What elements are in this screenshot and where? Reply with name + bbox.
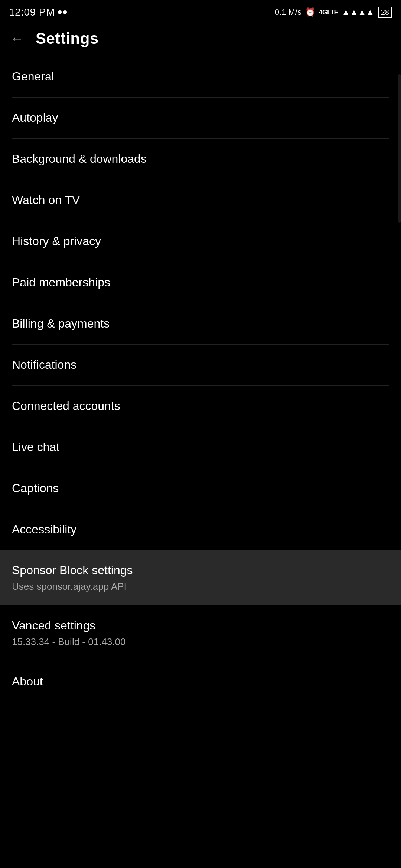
signal-icon: ▲▲▲▲ [342, 7, 374, 17]
settings-item-sponsor-block[interactable]: Sponsor Block settingsUses sponsor.ajay.… [0, 550, 401, 605]
status-dot-1 [58, 10, 62, 14]
status-bar-right: 0.1 M/s ⏰ 4GLTE ▲▲▲▲ 28 [275, 7, 392, 18]
settings-item-label-sponsor-block: Sponsor Block settings [12, 563, 389, 578]
settings-item-sublabel-vanced-settings: 15.33.34 - Build - 01.43.00 [12, 636, 389, 648]
status-speed: 0.1 M/s [275, 7, 301, 17]
settings-item-connected-accounts[interactable]: Connected accounts [0, 386, 401, 427]
status-bar-left: 12:09 PM [9, 6, 67, 18]
settings-item-label-watch-on-tv: Watch on TV [12, 193, 389, 208]
settings-item-about[interactable]: About [0, 661, 401, 702]
settings-item-label-background-downloads: Background & downloads [12, 151, 389, 167]
settings-item-label-history-privacy: History & privacy [12, 234, 389, 249]
scrollbar-track[interactable] [398, 74, 401, 223]
page-header: ← Settings [0, 22, 401, 56]
settings-item-captions[interactable]: Captions [0, 468, 401, 509]
settings-item-billing-payments[interactable]: Billing & payments [0, 303, 401, 344]
settings-item-background-downloads[interactable]: Background & downloads [0, 139, 401, 180]
page-title: Settings [36, 30, 99, 47]
battery-icon: 28 [378, 7, 392, 18]
status-dots [58, 10, 67, 14]
settings-item-label-general: General [12, 69, 389, 85]
settings-item-label-live-chat: Live chat [12, 440, 389, 455]
network-lte-icon: 4GLTE [319, 9, 338, 16]
settings-item-history-privacy[interactable]: History & privacy [0, 221, 401, 262]
settings-item-label-notifications: Notifications [12, 357, 389, 373]
settings-item-autoplay[interactable]: Autoplay [0, 98, 401, 138]
back-button[interactable]: ← [9, 30, 25, 47]
settings-list: GeneralAutoplayBackground & downloadsWat… [0, 56, 401, 702]
settings-item-label-accessibility: Accessibility [12, 522, 389, 537]
settings-item-label-billing-payments: Billing & payments [12, 316, 389, 332]
settings-item-paid-memberships[interactable]: Paid memberships [0, 262, 401, 303]
settings-item-label-captions: Captions [12, 481, 389, 496]
settings-item-label-vanced-settings: Vanced settings [12, 618, 389, 634]
settings-item-sublabel-sponsor-block: Uses sponsor.ajay.app API [12, 581, 389, 593]
settings-item-live-chat[interactable]: Live chat [0, 427, 401, 468]
settings-item-label-connected-accounts: Connected accounts [12, 398, 389, 414]
settings-item-watch-on-tv[interactable]: Watch on TV [0, 180, 401, 221]
settings-item-vanced-settings[interactable]: Vanced settings15.33.34 - Build - 01.43.… [0, 605, 401, 661]
status-bar: 12:09 PM 0.1 M/s ⏰ 4GLTE ▲▲▲▲ 28 [0, 0, 401, 22]
settings-item-general[interactable]: General [0, 56, 401, 97]
battery-level: 28 [381, 8, 389, 17]
settings-item-accessibility[interactable]: Accessibility [0, 509, 401, 550]
settings-item-label-autoplay: Autoplay [12, 110, 389, 126]
alarm-icon: ⏰ [305, 7, 315, 17]
settings-item-label-about: About [12, 674, 389, 690]
status-time: 12:09 PM [9, 6, 55, 18]
settings-item-notifications[interactable]: Notifications [0, 345, 401, 385]
back-arrow-icon: ← [10, 31, 24, 46]
settings-item-label-paid-memberships: Paid memberships [12, 275, 389, 290]
status-dot-2 [63, 10, 67, 14]
